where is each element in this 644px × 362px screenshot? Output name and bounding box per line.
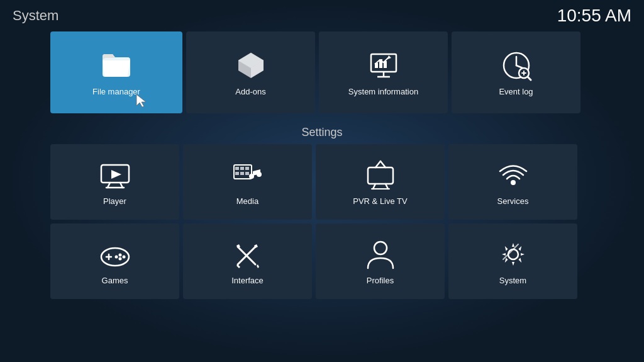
svg-point-41 <box>114 255 118 258</box>
svg-rect-20 <box>235 167 239 170</box>
tile-label-file-manager: File manager <box>92 87 140 96</box>
system-icon <box>497 238 530 271</box>
tile-file-manager[interactable]: File manager <box>50 31 182 113</box>
tile-label-pvr: PVR & Live TV <box>353 196 407 206</box>
svg-point-49 <box>508 249 518 259</box>
page-wrapper: System 10:55 AM File manager <box>0 0 644 362</box>
games-icon <box>99 238 131 271</box>
settings-title: Settings <box>50 126 594 139</box>
tile-profiles[interactable]: Profiles <box>316 223 445 299</box>
app-title: System <box>13 8 58 24</box>
tile-system[interactable]: System <box>448 223 577 299</box>
pvr-tv-icon <box>364 159 397 191</box>
svg-line-9 <box>516 65 523 68</box>
tile-label-games: Games <box>102 276 128 285</box>
svg-rect-21 <box>240 167 244 170</box>
services-icon <box>497 159 530 191</box>
folder-icon <box>100 49 133 82</box>
player-icon <box>99 159 131 191</box>
top-row: File manager Add-ons <box>50 31 594 113</box>
svg-point-48 <box>374 242 387 254</box>
svg-line-11 <box>528 77 531 80</box>
svg-point-40 <box>118 257 121 260</box>
tile-label-event-log: Event log <box>499 87 533 96</box>
tile-add-ons[interactable]: Add-ons <box>186 31 315 113</box>
event-log-icon <box>500 49 533 82</box>
tile-label-add-ons: Add-ons <box>235 87 265 96</box>
svg-point-34 <box>511 180 516 185</box>
clock: 10:55 AM <box>557 6 631 26</box>
profiles-icon <box>364 238 397 271</box>
tile-games[interactable]: Games <box>50 223 179 299</box>
tile-label-player: Player <box>103 196 126 206</box>
tile-services[interactable]: Services <box>448 144 577 220</box>
svg-rect-22 <box>245 167 249 170</box>
tile-event-log[interactable]: Event log <box>452 31 580 113</box>
top-bar: System 10:55 AM <box>0 0 644 31</box>
tile-label-interface: Interface <box>231 276 264 285</box>
addons-icon <box>235 49 267 82</box>
tile-player[interactable]: Player <box>50 144 179 220</box>
svg-point-26 <box>249 174 254 179</box>
svg-marker-15 <box>111 170 121 179</box>
svg-rect-23 <box>235 172 239 175</box>
tile-media[interactable]: Media <box>183 144 312 220</box>
tile-label-system: System <box>499 276 526 285</box>
system-info-icon <box>367 49 400 82</box>
svg-marker-46 <box>257 264 259 268</box>
svg-point-39 <box>122 255 125 258</box>
tile-pvr-live-tv[interactable]: PVR & Live TV <box>316 144 445 220</box>
media-icon <box>231 159 264 191</box>
svg-point-27 <box>257 172 262 177</box>
svg-rect-30 <box>368 167 393 184</box>
tile-system-information[interactable]: System information <box>319 31 448 113</box>
svg-line-28 <box>375 161 380 167</box>
settings-row-1: Player <box>50 144 594 220</box>
main-content: File manager Add-ons <box>0 31 644 299</box>
svg-line-29 <box>380 161 386 167</box>
settings-section: Settings Player <box>50 126 594 299</box>
svg-rect-24 <box>240 172 244 175</box>
tile-label-services: Services <box>497 196 529 206</box>
tile-label-profiles: Profiles <box>367 276 394 285</box>
settings-row-2: Games Interface <box>50 223 594 299</box>
tile-label-media: Media <box>236 196 258 206</box>
svg-point-38 <box>118 253 121 256</box>
tile-interface[interactable]: Interface <box>183 223 312 299</box>
svg-rect-25 <box>245 172 249 175</box>
interface-icon <box>231 238 264 271</box>
tile-label-system-info: System information <box>348 87 418 96</box>
